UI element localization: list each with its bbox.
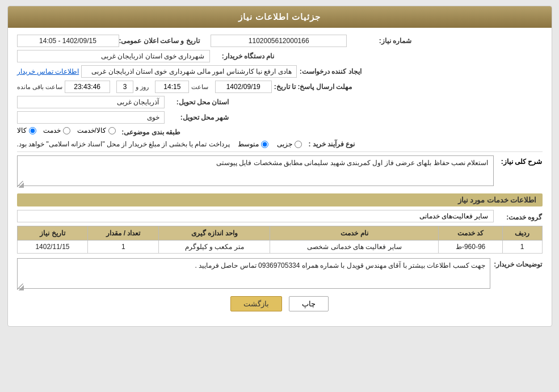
mohlat-rooz-label: روز و [136, 83, 149, 91]
mohlat-row: مهلت ارسال پاسخ: تا تاریخ: 1402/09/19 سا… [17, 81, 543, 93]
shahr-row: شهر محل تحویل: خوی [17, 111, 543, 124]
tosihaat-textarea[interactable] [17, 258, 491, 289]
services-table: ردیف کد خدمت نام خدمت واحد اندازه گیری ت… [17, 226, 543, 254]
noع-motavaset-radio[interactable] [261, 141, 268, 148]
tabaqe-row: طبقه بندی موضوعی: کالا/خدمت خدمت کالا [17, 127, 543, 137]
page-header: جزئیات اطلاعات نیاز [8, 6, 552, 28]
btn-row: چاپ بازگشت [17, 296, 543, 319]
tabaqe-kala-label: کالا [17, 127, 27, 134]
tarikh-value: 1402/09/15 - 14:05 [17, 35, 119, 47]
tarikh-label: تاریخ و ساعت اعلان عمومی: [119, 37, 203, 45]
tabaqe-kala-khadamat-item: کالا/خدمت [77, 127, 116, 134]
col-unit: واحد اندازه گیری [159, 226, 270, 241]
table-cell: 1 [88, 241, 159, 254]
tosihaat-row: توضیحات خریدار: [17, 258, 543, 290]
table-header-row: ردیف کد خدمت نام خدمت واحد اندازه گیری ت… [17, 226, 542, 241]
ijad-konande-label: ایجاد کننده درخواست: [297, 68, 365, 75]
sharh-container: شرح کلی نیاز: [17, 155, 543, 188]
mohlat-saat: 14:15 [155, 81, 189, 93]
noع-jozee-item: جزیی [277, 140, 302, 148]
table-cell: 1 [502, 241, 542, 254]
tabaqe-khadamat-radio[interactable] [63, 127, 70, 134]
noع-farayand-label: نوع فرآیند خرید : [308, 140, 355, 148]
col-kod: کد خدمت [439, 226, 502, 241]
shahr-value: خوی [17, 111, 165, 124]
grouh-label: گروه خدمت: [497, 211, 543, 221]
tabaqe-kala-item: کالا [17, 127, 36, 134]
col-radif: ردیف [502, 226, 542, 241]
main-container: جزئیات اطلاعات نیاز شماره نیاز: 11020056… [7, 6, 552, 327]
divider1 [17, 151, 543, 152]
table-cell: متر مکعب و کیلوگرم [159, 241, 270, 254]
noع-motavaset-item: متوسط [238, 140, 268, 148]
table-cell: 960-96-ط [439, 241, 502, 254]
table-row: 1960-96-طسایر فعالیت های خدماتی شخصیمتر … [17, 241, 542, 254]
noع-motavaset-label: متوسط [238, 140, 259, 148]
mohlat-label: مهلت ارسال پاسخ: تا تاریخ: [274, 83, 355, 91]
name-dastgah-value: شهرداری خوی استان اذربایجان غربی [17, 50, 210, 62]
content-area: شماره نیاز: 1102005612000166 تاریخ و ساع… [8, 28, 552, 326]
tabaqe-khadamat-label: خدمت [43, 127, 61, 134]
noع-farayand-row: نوع فرآیند خرید : جزیی متوسط پرداخت تمام… [17, 140, 543, 148]
tabaqe-radios: کالا/خدمت خدمت کالا [17, 127, 116, 134]
table-body: 1960-96-طسایر فعالیت های خدماتی شخصیمتر … [17, 241, 542, 254]
mohlat-mande-label: ساعت باقی مانده [17, 83, 62, 91]
shomare-niaz-value: 1102005612000166 [211, 35, 347, 47]
shomare-niaz-label: شماره نیاز: [347, 37, 415, 45]
noع-jozee-radio[interactable] [295, 141, 302, 148]
ijad-konande-row: ایجاد کننده درخواست: هادی ارفع نیا کارشن… [17, 65, 543, 78]
tabaqe-kala-khadamat-label: کالا/خدمت [77, 127, 106, 134]
sharh-textarea[interactable] [17, 155, 494, 186]
tosih-resize-handle [17, 284, 24, 290]
grouh-row: گروه خدمت: سایر فعالیت‌های خدماتی [17, 210, 543, 222]
ijad-konande-value: هادی ارفع نیا کارشناس امور مالی شهرداری … [81, 65, 297, 78]
col-name: نام خدمت [270, 226, 439, 241]
ostan-label: استان محل تحویل: [165, 98, 233, 106]
table-head: ردیف کد خدمت نام خدمت واحد اندازه گیری ت… [17, 226, 542, 241]
tosihaat-label: توضیحات خریدار: [494, 258, 542, 268]
col-date: تاریخ نیاز [17, 226, 88, 241]
grouh-value: سایر فعالیت‌های خدماتی [17, 210, 494, 222]
mohlat-date: 1402/09/19 [215, 81, 272, 93]
noع-jozee-label: جزیی [277, 140, 292, 148]
resize-handle [17, 181, 24, 188]
mohlat-mande: 23:43:46 [65, 81, 110, 93]
chap-button[interactable]: چاپ [289, 296, 329, 311]
col-count: تعداد / مقدار [88, 226, 159, 241]
tosih-inner [17, 258, 491, 290]
tabaqe-label: طبقه بندی موضوعی: [116, 128, 184, 136]
tabaqe-kala-radio[interactable] [29, 127, 36, 134]
mohlat-saat-label: ساعت [191, 83, 208, 91]
table-cell: سایر فعالیت های خدماتی شخصی [270, 241, 439, 254]
sharh-label: شرح کلی نیاز: [497, 155, 543, 166]
etela-tamas-link[interactable]: اطلاعات تماس خریدار [17, 68, 79, 75]
page-title: جزئیات اطلاعات نیاز [238, 12, 321, 22]
shomare-tarikh-row: شماره نیاز: 1102005612000166 تاریخ و ساع… [17, 35, 543, 47]
ostan-row: استان محل تحویل: آذربایجان غربی [17, 96, 543, 108]
name-dastgah-row: نام دستگاه خریدار: شهرداری خوی استان اذر… [17, 50, 543, 62]
table-cell: 1402/11/15 [17, 241, 88, 254]
mohlat-rooz: 3 [116, 81, 133, 93]
tabaqe-khadamat-item: خدمت [43, 127, 70, 134]
bazgasht-button[interactable]: بازگشت [230, 296, 282, 311]
tabaqe-kala-khadamat-radio[interactable] [108, 127, 116, 134]
name-dastgah-label: نام دستگاه خریدار: [210, 52, 278, 60]
noع-text: پرداخت تمام یا بخشی از مبلغ خریدار از مح… [17, 140, 230, 148]
ostan-value: آذربایجان غربی [17, 96, 165, 108]
section-khadamat-title: اطلاعات خدمات مورد نیاز [17, 193, 543, 206]
sharh-inner [17, 155, 494, 188]
shahr-label: شهر محل تحویل: [165, 113, 233, 121]
